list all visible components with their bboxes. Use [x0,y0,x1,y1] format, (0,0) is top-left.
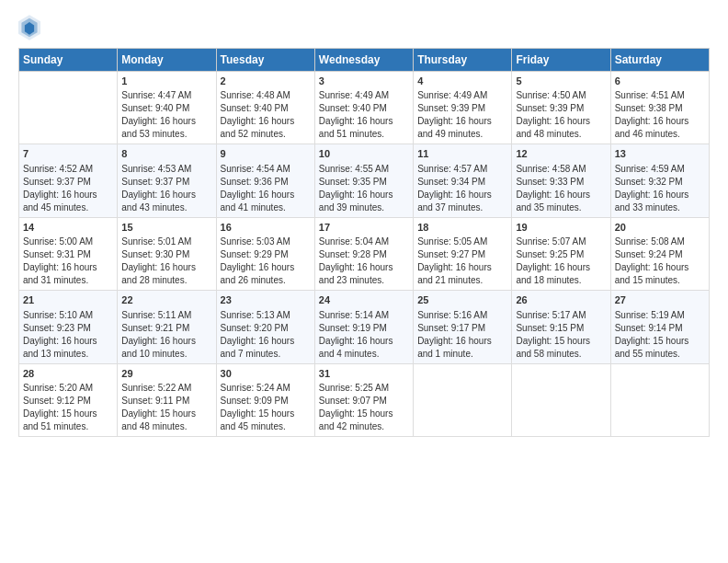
calendar-cell: 6Sunrise: 4:51 AMSunset: 9:38 PMDaylight… [610,72,709,144]
calendar-cell [19,72,118,144]
cell-line: Sunset: 9:20 PM [221,322,311,335]
cell-line: and 43 minutes. [121,201,211,214]
cell-line: Daylight: 16 hours [516,189,606,201]
day-header-saturday: Saturday [610,49,709,72]
cell-line: Daylight: 15 hours [319,408,409,420]
day-header-tuesday: Tuesday [216,49,314,72]
cell-line: Sunset: 9:09 PM [221,395,311,408]
cell-line: Sunset: 9:21 PM [121,322,211,335]
cell-line: and 55 minutes. [615,348,705,361]
cell-line: and 23 minutes. [319,274,409,287]
day-number: 4 [417,75,507,88]
cell-line: and 39 minutes. [319,201,409,214]
calendar-cell: 1Sunrise: 4:47 AMSunset: 9:40 PMDaylight… [118,72,216,144]
cell-line: Daylight: 16 hours [417,261,507,274]
day-number: 22 [121,293,211,307]
calendar-cell: 2Sunrise: 4:48 AMSunset: 9:40 PMDaylight… [216,72,314,144]
calendar-cell: 13Sunrise: 4:59 AMSunset: 9:32 PMDayligh… [610,144,709,217]
cell-line: Sunset: 9:37 PM [121,176,211,189]
cell-line: Sunrise: 5:10 AM [23,309,113,322]
header [18,15,710,40]
cell-line: Sunrise: 5:00 AM [23,236,113,248]
cell-line: Sunrise: 4:47 AM [121,89,211,102]
cell-line: and 48 minutes. [121,420,211,433]
calendar-cell: 21Sunrise: 5:10 AMSunset: 9:23 PMDayligh… [19,291,118,363]
day-number: 21 [23,293,113,307]
cell-line: Sunset: 9:33 PM [516,176,606,189]
day-header-monday: Monday [118,49,216,72]
cell-line: Sunrise: 4:51 AM [615,89,705,102]
day-number: 27 [615,293,705,307]
calendar-cell [512,363,610,436]
week-row-2: 7Sunrise: 4:52 AMSunset: 9:37 PMDaylight… [19,144,710,217]
week-row-4: 21Sunrise: 5:10 AMSunset: 9:23 PMDayligh… [19,291,710,363]
cell-line: Sunset: 9:34 PM [417,176,507,189]
calendar-cell: 4Sunrise: 4:49 AMSunset: 9:39 PMDaylight… [414,72,512,144]
day-number: 3 [319,75,409,88]
cell-line: Daylight: 15 hours [121,408,211,420]
cell-line: Daylight: 16 hours [121,261,211,274]
calendar-cell: 29Sunrise: 5:22 AMSunset: 9:11 PMDayligh… [118,363,216,436]
cell-line: Sunset: 9:07 PM [319,395,409,408]
days-header-row: SundayMondayTuesdayWednesdayThursdayFrid… [19,49,710,72]
day-header-thursday: Thursday [414,49,512,72]
cell-line: Sunrise: 4:48 AM [221,89,311,102]
calendar-cell: 12Sunrise: 4:58 AMSunset: 9:33 PMDayligh… [512,144,610,217]
page: SundayMondayTuesdayWednesdayThursdayFrid… [0,0,728,563]
cell-line: and 51 minutes. [319,128,409,141]
cell-line: and 45 minutes. [23,201,113,214]
calendar-cell: 16Sunrise: 5:03 AMSunset: 9:29 PMDayligh… [216,217,314,290]
day-number: 29 [121,367,211,381]
day-number: 16 [221,221,311,235]
cell-line: and 31 minutes. [23,274,113,287]
cell-line: Daylight: 16 hours [221,189,311,201]
cell-line: and 33 minutes. [615,201,705,214]
cell-line: Sunrise: 4:50 AM [516,89,606,102]
day-number: 19 [516,221,606,235]
cell-line: Daylight: 16 hours [221,115,311,128]
calendar-cell: 19Sunrise: 5:07 AMSunset: 9:25 PMDayligh… [512,217,610,290]
cell-line: Daylight: 16 hours [23,261,113,274]
cell-line: and 18 minutes. [516,274,606,287]
calendar-cell: 11Sunrise: 4:57 AMSunset: 9:34 PMDayligh… [414,144,512,217]
cell-line: Daylight: 16 hours [221,261,311,274]
cell-line: Sunset: 9:32 PM [615,176,705,189]
cell-line: Sunset: 9:30 PM [121,248,211,261]
calendar-cell: 22Sunrise: 5:11 AMSunset: 9:21 PMDayligh… [118,291,216,363]
calendar-cell: 27Sunrise: 5:19 AMSunset: 9:14 PMDayligh… [610,291,709,363]
cell-line: Daylight: 16 hours [23,335,113,348]
cell-line: and 51 minutes. [23,420,113,433]
calendar-cell [414,363,512,436]
cell-line: Daylight: 16 hours [121,189,211,201]
cell-line: Sunrise: 4:49 AM [319,89,409,102]
cell-line: and 53 minutes. [121,128,211,141]
cell-line: Sunrise: 5:07 AM [516,236,606,248]
cell-line: Daylight: 16 hours [319,115,409,128]
cell-line: Sunrise: 5:03 AM [221,236,311,248]
cell-line: Sunrise: 5:16 AM [417,309,507,322]
day-number: 2 [221,75,311,88]
cell-line: Daylight: 16 hours [417,115,507,128]
cell-line: Daylight: 16 hours [417,335,507,348]
cell-line: Sunrise: 4:58 AM [516,163,606,176]
cell-line: Daylight: 15 hours [221,408,311,420]
calendar-cell: 8Sunrise: 4:53 AMSunset: 9:37 PMDaylight… [118,144,216,217]
cell-line: Daylight: 16 hours [516,115,606,128]
cell-line: Sunrise: 4:59 AM [615,163,705,176]
cell-line: and 58 minutes. [516,348,606,361]
cell-line: Sunrise: 5:19 AM [615,309,705,322]
cell-line: Sunset: 9:29 PM [221,248,311,261]
cell-line: Sunrise: 5:01 AM [121,236,211,248]
cell-line: Sunset: 9:23 PM [23,322,113,335]
calendar-cell: 9Sunrise: 4:54 AMSunset: 9:36 PMDaylight… [216,144,314,217]
week-row-1: 1Sunrise: 4:47 AMSunset: 9:40 PMDaylight… [19,72,710,144]
calendar-cell: 5Sunrise: 4:50 AMSunset: 9:39 PMDaylight… [512,72,610,144]
calendar-cell: 24Sunrise: 5:14 AMSunset: 9:19 PMDayligh… [314,291,413,363]
calendar-cell: 25Sunrise: 5:16 AMSunset: 9:17 PMDayligh… [414,291,512,363]
day-header-sunday: Sunday [19,49,118,72]
cell-line: Sunrise: 5:11 AM [121,309,211,322]
cell-line: Daylight: 16 hours [417,189,507,201]
cell-line: and 45 minutes. [221,420,311,433]
day-header-friday: Friday [512,49,610,72]
cell-line: Daylight: 16 hours [615,189,705,201]
